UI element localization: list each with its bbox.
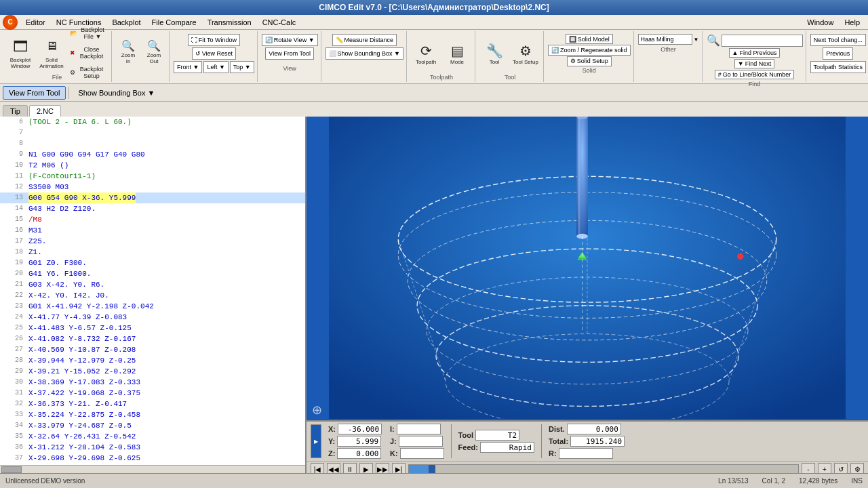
search-icon: 🔍 bbox=[707, 34, 720, 47]
progress-bar[interactable] bbox=[408, 464, 799, 473]
solid-animation-button[interactable]: 🖥 SolidAnimation bbox=[37, 33, 66, 73]
tab-2nc[interactable]: 2.NC bbox=[29, 105, 61, 117]
line-text: X-41.483 Y-6.57 Z-0.125 bbox=[28, 323, 132, 333]
menu-editor[interactable]: Editor bbox=[20, 17, 51, 28]
find-previous-button[interactable]: ▲ Find Previous bbox=[729, 48, 781, 58]
total-label: Total: bbox=[549, 437, 568, 445]
j-value[interactable] bbox=[399, 436, 443, 447]
fit-to-window-button[interactable]: ⛶ Fit To Window bbox=[188, 34, 240, 46]
play-start-button[interactable]: |◀ bbox=[311, 463, 324, 473]
backplot-file-label: Backplot File ▼ bbox=[79, 26, 106, 40]
line-text: (TOOL 2 - DIA 6. L 60.) bbox=[28, 117, 132, 127]
measure-distance-button[interactable]: 📏 Measure Distance bbox=[332, 34, 397, 46]
solid-setup-button[interactable]: ⚙ Solid Setup bbox=[567, 56, 612, 66]
tab-tip[interactable]: Tip bbox=[3, 105, 28, 117]
progress-thumb[interactable] bbox=[429, 465, 435, 473]
feed-value[interactable] bbox=[480, 442, 534, 453]
dist-value[interactable] bbox=[567, 424, 621, 434]
mode-button[interactable]: ▤ Mode bbox=[442, 34, 472, 75]
line-number: 20 bbox=[3, 268, 23, 279]
h-scrollbar[interactable] bbox=[0, 465, 305, 473]
speed-minus-button[interactable]: - bbox=[802, 463, 815, 473]
line-text: X-35.224 Y-22.875 Z-0.458 bbox=[28, 409, 140, 420]
x-value[interactable] bbox=[338, 424, 382, 434]
k-value[interactable] bbox=[400, 448, 444, 459]
line-number: 37 bbox=[3, 453, 23, 464]
coord-separator-2 bbox=[541, 424, 542, 458]
play-next-button[interactable]: ▶▶ bbox=[376, 463, 389, 473]
play-pause-button[interactable]: ⏸ bbox=[343, 463, 357, 473]
code-scroll[interactable]: 6(TOOL 2 - DIA 6. L 60.)789N1 G00 G90 G9… bbox=[0, 117, 305, 465]
find-input[interactable] bbox=[722, 35, 803, 47]
bounding-box-label: Show Bounding Box ▼ bbox=[338, 50, 400, 57]
line-text: Z1. bbox=[28, 247, 42, 258]
status-demo: Unlicensed DEMO version bbox=[5, 477, 85, 485]
h-scrollbar-thumb[interactable] bbox=[1, 466, 22, 473]
menu-backplot[interactable]: Backplot bbox=[106, 17, 146, 28]
play-prev-button[interactable]: ◀◀ bbox=[327, 463, 340, 473]
i-value[interactable] bbox=[397, 424, 441, 434]
line-number: 16 bbox=[3, 225, 23, 236]
goto-line-button[interactable]: # Go to Line/Block Number bbox=[715, 70, 795, 79]
coord-separator-1 bbox=[451, 424, 452, 458]
settings-button[interactable]: ⚙ bbox=[850, 463, 864, 473]
viewport-scroll-icon[interactable]: ⊕ bbox=[312, 403, 322, 418]
next-tool-button[interactable]: Next Tool chang... bbox=[810, 34, 866, 46]
tool-display-value[interactable] bbox=[475, 430, 519, 441]
close-backplot-button[interactable]: ✖ Close Backplot bbox=[68, 43, 108, 62]
show-bounding-box-button[interactable]: ⬜ Show Bounding Box ▼ bbox=[326, 47, 403, 60]
find-next-label: Find Next bbox=[745, 60, 772, 67]
play-play-button[interactable]: ▶ bbox=[359, 463, 373, 473]
show-bounding-box-btn[interactable]: Show Bounding Box ▼ bbox=[72, 86, 161, 100]
menu-window[interactable]: Window bbox=[802, 17, 839, 28]
total-value[interactable] bbox=[570, 436, 625, 447]
toolpath-statistics-button[interactable]: Toolpath Statistics bbox=[810, 61, 867, 73]
backplot-window-button[interactable]: 🗖 BackplotWindow bbox=[5, 33, 35, 73]
i-coord: I: bbox=[390, 424, 444, 434]
viewport[interactable]: ⊕ ▶ X: Y: bbox=[307, 117, 868, 473]
solid-model-button[interactable]: 🔲 Solid Model bbox=[566, 34, 613, 44]
line-number: 25 bbox=[3, 323, 23, 333]
line-number: 9 bbox=[3, 149, 23, 160]
line-text: G00 G54 G90 X-36. Y5.999 bbox=[28, 192, 136, 203]
play-end-button[interactable]: ▶| bbox=[392, 463, 406, 473]
rotate-view-button[interactable]: 🔄 Rotate View ▼ bbox=[262, 34, 318, 46]
view-from-tool-btn[interactable]: View From Tool bbox=[3, 86, 66, 100]
machine-dropdown-icon[interactable]: ▼ bbox=[694, 37, 699, 43]
solid-section-label: Solid bbox=[583, 67, 596, 74]
line-text: S3500 M03 bbox=[28, 182, 68, 192]
top-view-button[interactable]: Top ▼ bbox=[230, 61, 254, 73]
menu-cnc-calc[interactable]: CNC-Calc bbox=[257, 17, 302, 28]
previous-tool-button[interactable]: Previous bbox=[823, 47, 853, 60]
view-reset-button[interactable]: ↺ View Reset bbox=[192, 47, 236, 60]
zoom-in-button[interactable]: 🔍 ZoomIn bbox=[116, 34, 140, 69]
tool-button[interactable]: 🔧 Tool bbox=[479, 34, 509, 75]
loop-button[interactable]: ↺ bbox=[834, 463, 848, 473]
bottom-info-bar: ▶ X: Y: Z: bbox=[307, 420, 868, 473]
tool-label: Tool bbox=[490, 59, 500, 65]
mode-label: Mode bbox=[450, 59, 464, 65]
r-value[interactable] bbox=[559, 448, 613, 459]
find-previous-icon: ▲ bbox=[732, 49, 738, 56]
backplot-file-button[interactable]: 📂 Backplot File ▼ bbox=[68, 24, 108, 43]
menu-transmission[interactable]: Transmission bbox=[202, 17, 257, 28]
zoom-regenerate-button[interactable]: 🔄 Zoom / Regenerate solid bbox=[548, 45, 631, 55]
tool-setup-button[interactable]: ⚙ Tool Setup bbox=[511, 34, 540, 75]
z-value[interactable] bbox=[337, 448, 381, 459]
find-next-button[interactable]: ▼ Find Next bbox=[734, 59, 774, 68]
zoom-out-button[interactable]: 🔍 ZoomOut bbox=[142, 34, 166, 69]
code-line-9: 9N1 G00 G90 G94 G17 G40 G80 bbox=[0, 149, 305, 160]
toolpath-button[interactable]: ⟳ Toolpath bbox=[411, 34, 441, 75]
machine-selector[interactable]: Haas Milling bbox=[638, 34, 692, 45]
code-line-27: 27X-40.569 Y-10.87 Z-0.208 bbox=[0, 344, 305, 355]
j-label: J: bbox=[390, 437, 397, 445]
code-line-37: 37X-29.698 Y-29.698 Z-0.625 bbox=[0, 453, 305, 464]
menu-help[interactable]: Help bbox=[839, 17, 865, 28]
left-view-button[interactable]: Left ▼ bbox=[203, 61, 228, 73]
menu-file-compare[interactable]: File Compare bbox=[146, 17, 202, 28]
menubar: C Editor NC Functions Backplot File Comp… bbox=[0, 15, 868, 30]
front-view-button[interactable]: Front ▼ bbox=[174, 61, 202, 73]
y-value[interactable] bbox=[337, 436, 381, 447]
view-from-tool-button[interactable]: View From Tool bbox=[265, 47, 314, 60]
speed-plus-button[interactable]: + bbox=[818, 463, 831, 473]
